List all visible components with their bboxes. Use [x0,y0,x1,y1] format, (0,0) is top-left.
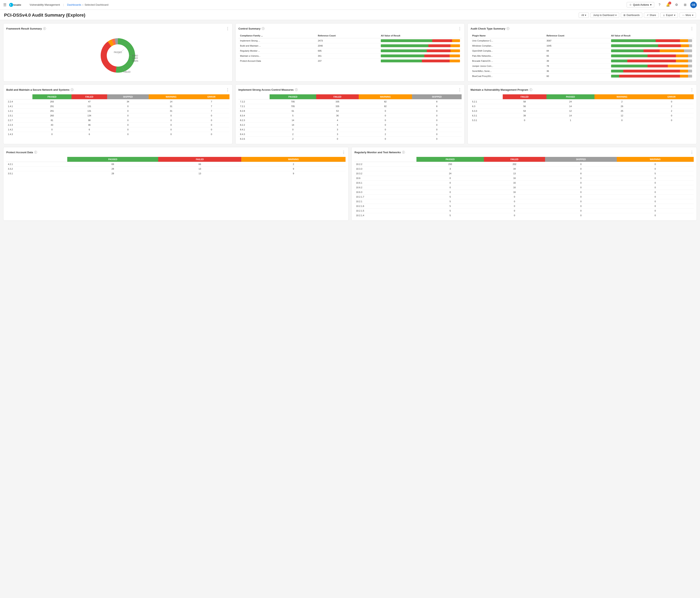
audit-more-icon[interactable]: ⋮ [690,26,694,31]
col-ref: Reference Count [545,33,609,38]
framework-info-icon[interactable]: i [43,27,46,30]
passed-cell: 293 [417,162,484,166]
export-label: Export [666,14,673,17]
table-row: Windows Complian... 1645 [471,43,694,48]
audit-card-title: Audit Check Type Summary i [471,27,509,30]
skipped-cell: 0 [412,109,461,113]
jump-to-dashboard-button[interactable]: Jump to Dashboard ▾ [591,12,619,18]
build-more-icon[interactable]: ⋮ [226,87,229,92]
table-row: 4.2.1 69 66 2 [6,162,346,166]
table-row: SonicWALL Sonic... 36 [471,69,694,74]
passed-cell: 260 [32,113,72,118]
warning-cell: 0 [617,209,694,213]
user-avatar[interactable]: CE [690,2,697,8]
count-cell: 695 [316,48,379,53]
failed-cell: 134 [72,113,107,118]
failed-cell: 13 [158,171,241,176]
donut-chart-svg: PASSED FAILED ERROR SKIPPED WARNING [98,35,138,76]
passed-cell: 0 [32,132,72,137]
notifications-button[interactable]: 🔔 8 [665,2,671,8]
id-cell: 2.2.7 [6,118,32,123]
table-row: 10.2.1.4 5 0 0 0 [354,213,694,218]
warning-cell: 0 [359,137,412,141]
error-cell: 7 [194,109,229,113]
table-row: 10.3.2 24 13 8 5 [354,171,694,176]
settings-button[interactable]: ⚙ [673,2,680,8]
regularly-monitor-table: PASSED FAILED SKIPPED WARNING 10.2.2 293… [354,157,694,217]
warning-cell: 31 [149,109,194,113]
maintain-card-title: Maintain a Vulnerability Management Prog… [471,88,532,91]
skipped-cell: 0 [107,127,149,132]
menu-icon[interactable]: ☰ [3,3,6,7]
tenable-logo-svg: t tenable [9,3,27,7]
framework-card-header: Framework Result Summary i ⋮ [6,26,229,31]
filter-all-button[interactable]: All ▾ [579,12,589,18]
export-button[interactable]: ⤓ Export ▾ [660,12,678,18]
control-card-title: Control Summary i [239,27,265,30]
family-cell: Regularly Monitor ... [239,48,316,53]
apps-button[interactable]: ⊞ [682,2,688,8]
audit-info-icon[interactable]: i [506,27,509,30]
table-row: 6.3.3 54 12 25 2 [471,109,694,113]
table-row: 10.6 0 16 0 0 [354,176,694,181]
monitor-info-icon[interactable]: i [402,151,405,154]
row-3: Protect Account Data i ⋮ PASSED FAILED W… [3,147,697,220]
audit-table-scroll[interactable]: Plugin Name Reference Count All Value of… [471,33,694,79]
monitor-table-scroll[interactable]: PASSED FAILED SKIPPED WARNING 10.2.2 293… [354,157,694,217]
dashboard-icon: ⊞ [623,14,625,17]
warning-cell: 2 [359,132,412,137]
share-button[interactable]: ↗ Share [644,12,659,18]
maintain-more-icon[interactable]: ⋮ [690,87,694,92]
control-info-icon[interactable]: i [262,27,265,30]
count-cell: 2473 [316,38,379,43]
export-icon: ⤓ [663,14,665,17]
stacked-bar [611,44,692,47]
nav-separator: | [63,3,64,6]
help-button[interactable]: ? [656,2,663,8]
family-cell: Maintain a Vulnera... [239,53,316,58]
bar-cell [609,74,694,79]
dashboards-button[interactable]: ⊞ Dashboards [621,12,642,18]
skipped-cell: 8 [545,171,617,176]
warning-cell: 0 [617,190,694,194]
protect-more-icon[interactable]: ⋮ [342,150,346,154]
svg-text:ERROR: ERROR [132,55,138,57]
id-cell: 7.2.2 [239,99,270,104]
warning-cell: 0 [359,123,412,127]
failed-cell: 0 [484,209,545,213]
passed-cell: 0 [417,181,484,185]
id-cell: 8.2.2 [239,123,270,127]
quick-actions-button[interactable]: ☆ Quick Actions ▾ [627,2,654,7]
passed-cell: 291 [32,104,72,109]
monitor-more-icon[interactable]: ⋮ [690,150,694,154]
warning-cell: 0 [617,199,694,204]
warning-cell: 0 [617,166,694,171]
framework-more-icon[interactable]: ⋮ [226,26,229,31]
top-nav: ☰ t tenable Vulnerability Management | D… [0,0,700,10]
implement-info-icon[interactable]: i [295,88,298,91]
id-cell: 1.4.3 [6,132,32,137]
stacked-bar [611,70,692,73]
failed-cell: 66 [158,162,241,166]
failed-cell: 3 [316,132,359,137]
more-button[interactable]: ⋯ More ▾ [679,12,696,18]
failed-cell: 3 [316,127,359,132]
col-ref-count: Reference Count [316,33,379,38]
col-failed: FAILED [316,94,359,99]
col-passed: PASSED [67,157,158,162]
implement-more-icon[interactable]: ⋮ [458,87,461,92]
failed-cell: 47 [72,99,107,104]
control-more-icon[interactable]: ⋮ [458,26,461,31]
build-info-icon[interactable]: i [71,88,74,91]
row-2: Build and Maintain a Secure Network and … [3,84,697,144]
skipped-cell: 0 [545,176,617,181]
protect-info-icon[interactable]: i [34,151,37,154]
table-row: 8.2.6 2 0 0 0 [239,137,461,141]
warning-cell: 2 [241,162,346,166]
table-row: 1.5.1 260 134 0 0 0 [6,113,229,118]
table-row: 8.2.2 14 4 0 0 [239,123,461,127]
breadcrumb-dashboards[interactable]: Dashboards [67,3,81,6]
warning-cell: 0 [149,123,194,127]
maintain-info-icon[interactable]: i [529,88,532,91]
passed-cell: 61 [270,109,316,113]
